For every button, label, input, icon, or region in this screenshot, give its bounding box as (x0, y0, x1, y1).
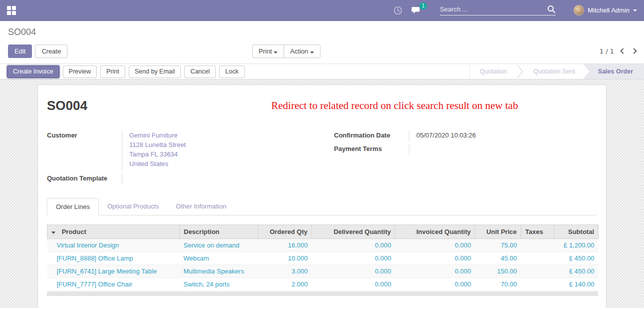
cell-delivered-qty: 0.000 (312, 265, 395, 278)
field-group: Customer Gemini Furniture 1128 Lunetta S… (47, 130, 597, 187)
user-name: Mitchell Admin (588, 6, 630, 14)
control-panel: SO004 Edit Create Print Action 1 / 1 (0, 21, 644, 64)
messages-icon[interactable]: 1 (411, 6, 422, 15)
cell-ordered-qty: 16.000 (258, 239, 312, 252)
navbar-systray: 1 Mitchell Admin (393, 5, 637, 16)
print-button[interactable]: Print (100, 66, 125, 78)
column-invoiced-quantity: Invoiced Quantity (395, 225, 475, 239)
cell-product: [FURN_6741] Large Meeting Table (47, 265, 180, 278)
tab-order-lines[interactable]: Order Lines (47, 198, 99, 216)
red-annotation-text: Redirect to related record on click sear… (87, 100, 597, 112)
payment-terms-field: Payment Terms (334, 144, 597, 155)
send-by-email-button[interactable]: Send by Email (129, 66, 181, 78)
cell-ordered-qty: 10.000 (258, 252, 312, 265)
control-panel-buttons-row: Edit Create Print Action 1 / 1 (8, 44, 636, 58)
order-line-row[interactable]: Virtual Interior Design Service on deman… (47, 239, 599, 252)
column-unit-price: Unit Price (475, 225, 521, 239)
cell-delivered-qty: 0.000 (312, 278, 395, 291)
cell-subtotal: £ 140.00 (554, 278, 599, 291)
chevron-down-icon (633, 10, 637, 12)
breadcrumb: SO004 (8, 27, 636, 38)
status-step-sales-order[interactable]: Sales Order (583, 64, 644, 79)
cell-ordered-qty: 2.000 (258, 278, 312, 291)
cell-delivered-qty: 0.000 (312, 252, 395, 265)
cell-taxes (521, 265, 554, 278)
global-search (440, 5, 556, 16)
cell-description: Switch, 24 ports (180, 278, 258, 291)
create-button[interactable]: Create (35, 44, 67, 58)
column-taxes: Taxes (521, 225, 554, 239)
sale-order-sheet: SO004 Redirect to related record on clic… (37, 84, 607, 308)
confirmation-date-label: Confirmation Date (334, 130, 409, 142)
status-step-quotation[interactable]: Quotation (470, 64, 517, 79)
statusbar: Create Invoice Preview Print Send by Ema… (0, 64, 644, 80)
preview-button[interactable]: Preview (63, 66, 97, 78)
cell-description: Multimedia Speakers (180, 265, 258, 278)
cell-product: Virtual Interior Design (47, 239, 180, 252)
customer-label: Customer (47, 130, 122, 171)
user-menu[interactable]: Mitchell Admin (574, 5, 637, 16)
cell-unit-price: 70.00 (475, 278, 521, 291)
cell-unit-price: 75.00 (475, 239, 521, 252)
cell-ordered-qty: 3.000 (258, 265, 312, 278)
order-lines-table: Product Description Ordered Qty Delivere… (47, 224, 599, 291)
cell-unit-price: 150.00 (475, 265, 521, 278)
cell-subtotal: £ 450.00 (554, 265, 599, 278)
order-line-row[interactable]: [FURN_7777] Office Chair Switch, 24 port… (47, 278, 599, 291)
order-line-row[interactable]: [FURN_6741] Large Meeting Table Multimed… (47, 265, 599, 278)
cell-unit-price: 45.00 (475, 252, 521, 265)
tab-other-information[interactable]: Other Information (167, 198, 235, 216)
apps-menu-icon[interactable] (7, 6, 16, 15)
pager-next-icon[interactable] (631, 48, 637, 54)
messages-count-badge: 1 (419, 2, 427, 10)
confirmation-date-field: Confirmation Date 05/07/2020 10:03:26 (334, 130, 597, 142)
column-ordered-qty: Ordered Qty (258, 225, 312, 239)
cell-taxes (521, 252, 554, 265)
column-description: Description (180, 225, 258, 239)
tab-optional-products[interactable]: Optional Products (99, 198, 167, 216)
pager-previous-icon[interactable] (620, 48, 626, 54)
payment-terms-value (409, 144, 597, 155)
cancel-button[interactable]: Cancel (184, 66, 216, 78)
quotation-template-field: Quotation Template (47, 174, 310, 184)
cell-taxes (521, 239, 554, 252)
confirmation-date-value: 05/07/2020 10:03:26 (409, 130, 597, 142)
customer-value-link[interactable]: Gemini Furniture 1128 Lunetta Street Tam… (122, 130, 310, 171)
user-avatar (574, 5, 584, 16)
customer-field: Customer Gemini Furniture 1128 Lunetta S… (47, 130, 310, 171)
cell-subtotal: £ 1,200.00 (554, 239, 599, 252)
payment-terms-label: Payment Terms (334, 144, 409, 155)
cell-product: [FURN_8888] Office Lamp (47, 252, 180, 265)
search-input[interactable] (440, 6, 547, 13)
cell-invoiced-qty: 0.000 (395, 239, 475, 252)
cell-invoiced-qty: 0.000 (395, 265, 475, 278)
column-delivered-quantity: Delivered Quantity (312, 225, 395, 239)
record-title: SO004 (47, 98, 87, 114)
quotation-template-value (122, 174, 310, 184)
form-view-background: SO004 Redirect to related record on clic… (0, 80, 644, 308)
column-product: Product (47, 225, 180, 239)
lock-button[interactable]: Lock (219, 66, 244, 78)
cell-invoiced-qty: 0.000 (395, 278, 475, 291)
chevron-down-icon (274, 52, 278, 54)
cell-taxes (521, 278, 554, 291)
order-line-row[interactable]: [FURN_8888] Office Lamp Webcam 10.000 0.… (47, 252, 599, 265)
cell-subtotal: £ 450.00 (554, 252, 599, 265)
print-dropdown-button[interactable]: Print (252, 44, 284, 58)
status-steps: Quotation Quotation Sent Sales Order (469, 64, 644, 79)
action-dropdown-button[interactable]: Action (284, 44, 321, 58)
cell-description: Webcam (180, 252, 258, 265)
cell-product: [FURN_7777] Office Chair (47, 278, 180, 291)
chevron-down-icon (310, 52, 314, 54)
search-icon[interactable] (547, 5, 556, 14)
step-separator-icon (517, 64, 523, 79)
edit-button[interactable]: Edit (8, 44, 32, 58)
status-step-quotation-sent[interactable]: Quotation Sent (523, 64, 585, 79)
activities-clock-icon[interactable] (393, 6, 402, 15)
table-header-row: Product Description Ordered Qty Delivere… (47, 225, 599, 239)
pager-value: 1 / 1 (600, 48, 614, 55)
notebook-tabs: Order Lines Optional Products Other Info… (47, 198, 597, 216)
create-invoice-button[interactable]: Create Invoice (7, 66, 59, 78)
caret-down-icon[interactable] (51, 232, 55, 234)
pager: 1 / 1 (600, 48, 636, 55)
